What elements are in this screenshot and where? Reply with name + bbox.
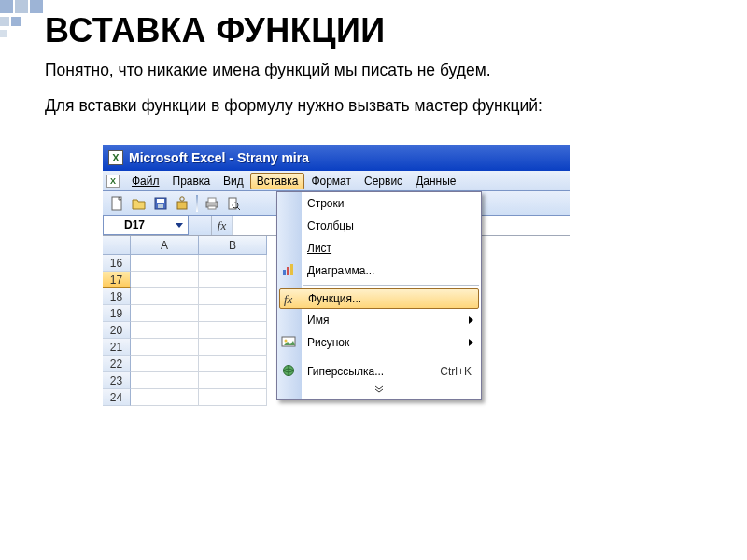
menu-tools[interactable]: Сервис: [358, 173, 409, 189]
svg-rect-3: [158, 204, 163, 208]
cell[interactable]: [199, 255, 267, 272]
menu-item-hyperlink[interactable]: Гиперссылка...Ctrl+K: [277, 360, 481, 383]
menu-item-rows[interactable]: Строки: [277, 192, 481, 215]
submenu-arrow-icon: [469, 339, 473, 346]
svg-rect-0: [112, 197, 121, 210]
save-icon[interactable]: [151, 194, 170, 213]
cell[interactable]: [131, 389, 199, 406]
cell[interactable]: [199, 389, 267, 406]
cell[interactable]: [131, 322, 199, 339]
fx-gap: [189, 216, 212, 235]
cell[interactable]: [199, 339, 267, 356]
submenu-arrow-icon: [469, 316, 473, 324]
menu-separator: [303, 285, 479, 286]
menu-item-function[interactable]: fx Функция...: [279, 288, 479, 309]
chart-icon: [281, 262, 296, 277]
svg-rect-13: [287, 267, 289, 275]
row-header[interactable]: 18: [103, 288, 131, 305]
slide-paragraph-1: Понятно, что никакие имена функций мы пи…: [45, 60, 747, 82]
cell[interactable]: [131, 272, 199, 288]
col-header-B[interactable]: B: [199, 236, 267, 255]
cell[interactable]: [199, 288, 267, 305]
excel-small-icon: X: [106, 175, 120, 188]
menu-expand[interactable]: [277, 383, 481, 396]
function-icon: fx: [282, 292, 297, 307]
svg-text:fx: fx: [284, 292, 293, 306]
svg-rect-12: [283, 270, 286, 275]
menu-format[interactable]: Формат: [304, 173, 358, 189]
print-icon[interactable]: [203, 194, 221, 213]
svg-rect-6: [206, 202, 218, 207]
slide-paragraph-2: Для вставки функции в формулу нужно вызв…: [45, 95, 747, 118]
permission-icon[interactable]: [173, 194, 191, 213]
row-header[interactable]: 20: [103, 322, 131, 339]
cell[interactable]: [131, 255, 199, 272]
cell[interactable]: [131, 372, 199, 389]
menu-item-picture[interactable]: Рисунок: [277, 331, 481, 354]
svg-rect-2: [157, 199, 164, 203]
menu-edit[interactable]: Правка: [166, 173, 218, 189]
menu-item-chart[interactable]: Диаграмма...: [277, 259, 481, 282]
cell[interactable]: [199, 356, 267, 372]
preview-icon[interactable]: [224, 194, 243, 213]
svg-rect-7: [208, 198, 216, 203]
window-titlebar: X Microsoft Excel - Strany mira: [103, 145, 570, 171]
menu-item-name[interactable]: Имя: [277, 309, 481, 331]
menu-file[interactable]: Файл: [125, 173, 166, 189]
svg-point-10: [233, 203, 238, 208]
svg-rect-14: [290, 264, 293, 275]
row-header-selected[interactable]: 17: [103, 272, 131, 288]
row-header[interactable]: 21: [103, 339, 131, 356]
fx-icon[interactable]: fx: [212, 216, 233, 235]
select-all-corner[interactable]: [103, 236, 131, 255]
row-header[interactable]: 24: [103, 389, 131, 406]
window-title: Microsoft Excel - Strany mira: [129, 150, 309, 165]
svg-rect-9: [229, 198, 236, 209]
picture-icon: [281, 334, 296, 349]
svg-point-5: [180, 197, 184, 201]
name-box[interactable]: D17: [103, 216, 189, 235]
cell[interactable]: [199, 272, 267, 288]
open-icon[interactable]: [130, 194, 148, 213]
svg-rect-1: [155, 198, 166, 209]
svg-rect-8: [208, 206, 216, 209]
menu-view[interactable]: Вид: [217, 173, 250, 189]
svg-line-11: [237, 207, 240, 210]
cell[interactable]: [131, 339, 199, 356]
cell[interactable]: [131, 356, 199, 372]
cell[interactable]: [199, 322, 267, 339]
excel-window: X Microsoft Excel - Strany mira X Файл П…: [103, 145, 570, 406]
cell[interactable]: [199, 305, 267, 322]
svg-point-17: [285, 340, 288, 343]
shortcut-label: Ctrl+K: [440, 365, 472, 378]
slide-title: ВСТАВКА ФУНКЦИИ: [45, 11, 747, 50]
insert-menu-dropdown: Строки Столбцы Лист Диаграмма... fx Функ…: [276, 191, 482, 400]
svg-rect-4: [177, 202, 187, 209]
hyperlink-icon: [281, 363, 296, 378]
menu-insert[interactable]: Вставка: [250, 173, 305, 189]
menu-data[interactable]: Данные: [409, 173, 462, 189]
toolbar-separator: [196, 195, 198, 212]
new-icon[interactable]: [108, 194, 127, 213]
menu-item-sheet[interactable]: Лист: [277, 237, 481, 259]
cell[interactable]: [131, 305, 199, 322]
excel-icon: X: [108, 150, 123, 165]
row-header[interactable]: 19: [103, 305, 131, 322]
menu-separator: [303, 357, 479, 357]
row-header[interactable]: 16: [103, 255, 131, 272]
menu-bar: X Файл Правка Вид Вставка Формат Сервис …: [103, 171, 570, 191]
col-header-A[interactable]: A: [131, 236, 199, 255]
cell[interactable]: [131, 288, 199, 305]
menu-item-columns[interactable]: Столбцы: [277, 215, 481, 237]
row-header[interactable]: 23: [103, 372, 131, 389]
cell[interactable]: [199, 372, 267, 389]
row-header[interactable]: 22: [103, 356, 131, 372]
